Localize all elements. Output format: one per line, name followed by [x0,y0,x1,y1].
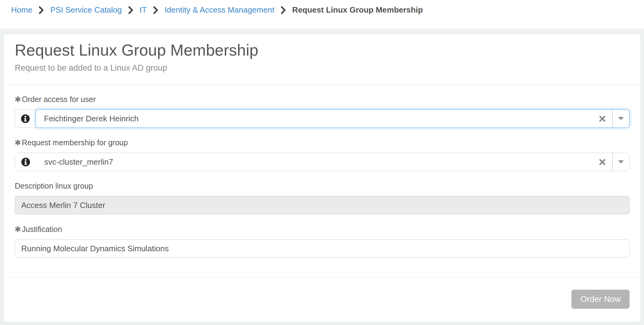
required-asterisk-icon [15,96,21,102]
order-access-user-combobox [15,109,630,128]
info-icon [21,114,30,123]
group-combobox [15,153,630,171]
dropdown-caret-icon[interactable] [613,117,629,120]
info-addon[interactable] [15,109,36,128]
request-form: Order access for user Request membership… [4,95,640,277]
field-label-text: Description linux group [15,182,93,190]
field-label-text: Justification [22,225,62,234]
info-icon [21,157,30,167]
breadcrumb-bar: Home PSI Service Catalog IT Identity & A… [0,0,644,29]
breadcrumb-item-identity-access-management[interactable]: Identity & Access Management [165,5,274,15]
page-subtitle: Request to be added to a Linux AD group [15,63,630,73]
field-label-description: Description linux group [15,182,630,190]
chevron-right-icon [153,6,158,14]
breadcrumb-item-service-catalog[interactable]: PSI Service Catalog [50,5,122,15]
order-access-user-input[interactable] [36,114,592,123]
justification-input[interactable] [15,239,630,258]
card-header: Request Linux Group Membership Request t… [4,34,640,85]
field-label-order-access-user: Order access for user [15,95,630,104]
description-linux-group-field [15,196,630,214]
breadcrumb-item-it[interactable]: IT [140,5,147,15]
field-label-text: Order access for user [22,95,96,104]
dropdown-caret-icon[interactable] [613,160,629,163]
field-label-text: Request membership for group [22,138,128,147]
chevron-right-icon [39,6,44,14]
required-asterisk-icon [15,139,21,146]
order-now-button[interactable]: Order Now [571,290,630,309]
clear-icon[interactable] [592,159,612,166]
field-label-justification: Justification [15,225,630,234]
service-request-card: Request Linux Group Membership Request t… [4,34,640,322]
group-input[interactable] [36,157,592,167]
clear-icon[interactable] [592,115,612,122]
field-label-request-group: Request membership for group [15,138,630,147]
card-footer: Order Now [4,277,640,322]
page-title: Request Linux Group Membership [15,41,630,59]
breadcrumb-item-current: Request Linux Group Membership [292,5,423,15]
info-addon[interactable] [15,153,36,171]
breadcrumb: Home PSI Service Catalog IT Identity & A… [11,5,644,15]
breadcrumb-item-home[interactable]: Home [11,5,32,15]
chevron-right-icon [128,6,133,14]
chevron-right-icon [281,6,286,14]
required-asterisk-icon [15,226,21,232]
